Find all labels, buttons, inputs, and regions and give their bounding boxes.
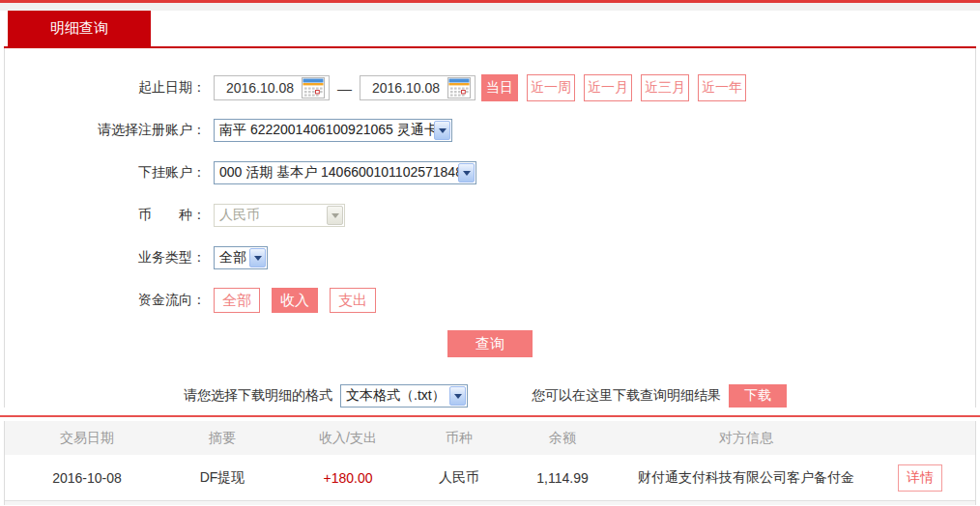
download-hint: 您可以在这里下载查询明细结果 — [532, 387, 721, 405]
quick-range-group: 当日 近一周 近一月 近三月 近一年 — [481, 74, 755, 101]
col-header-date: 交易日期 — [5, 430, 169, 447]
cell-currency: 人民币 — [420, 469, 498, 487]
query-button[interactable]: 查询 — [447, 330, 533, 357]
calendar-icon[interactable] — [447, 77, 471, 98]
tab-detail-query[interactable]: 明细查询 — [8, 11, 151, 46]
query-button-row: 查询 — [5, 330, 975, 357]
cell-actions: 详情 — [865, 464, 975, 492]
end-date-field[interactable] — [360, 75, 476, 100]
register-account-value: 南平 6222001406100921065 灵通卡 — [215, 122, 434, 139]
calendar-icon[interactable] — [302, 77, 325, 98]
table-row: 2016-10-08 DF提现 +180.00 人民币 1,114.99 财付通… — [5, 455, 975, 501]
business-type-select[interactable]: 全部 — [214, 246, 268, 269]
start-date-field[interactable] — [214, 75, 330, 100]
currency-row: 币 种： 人民币 — [5, 203, 975, 228]
date-range-row: 起止日期： — — [5, 75, 975, 100]
business-type-value: 全部 — [215, 249, 249, 267]
fund-flow-income-button[interactable]: 收入 — [272, 288, 318, 313]
quick-range-3months-button[interactable]: 近三月 — [641, 74, 689, 101]
sub-account-select[interactable]: 000 活期 基本户 1406600101102571848 — [214, 161, 476, 184]
download-format-select[interactable]: 文本格式（.txt） — [340, 384, 468, 408]
currency-value: 人民币 — [215, 207, 327, 224]
cell-transaction-date: 2016-10-08 — [5, 470, 169, 486]
end-date-input[interactable] — [364, 78, 447, 98]
date-range-label: 起止日期： — [5, 79, 206, 97]
cell-counterparty: 财付通支付科技有限公司客户备付金 — [627, 469, 865, 487]
chevron-down-icon[interactable] — [449, 386, 466, 406]
col-header-amount: 收入/支出 — [275, 430, 420, 447]
chevron-down-icon[interactable] — [458, 163, 475, 183]
detail-query-page: 明细查询 起止日期： — — [0, 0, 980, 506]
start-date-input[interactable] — [218, 78, 302, 98]
query-form-panel: 起止日期： — — [4, 48, 976, 408]
quick-range-today-button[interactable]: 当日 — [481, 74, 518, 101]
download-button[interactable]: 下载 — [729, 384, 787, 408]
fund-flow-expense-button[interactable]: 支出 — [330, 288, 376, 313]
register-account-row: 请选择注册账户： 南平 6222001406100921065 灵通卡 — [5, 118, 975, 143]
download-format-label: 请您选择下载明细的格式 — [184, 387, 332, 405]
tab-bar: 明细查询 — [0, 3, 980, 48]
quick-range-year-button[interactable]: 近一年 — [698, 74, 746, 101]
download-row: 请您选择下载明细的格式 文本格式（.txt） 您可以在这里下载查询明细结果 下载 — [184, 384, 975, 408]
currency-select: 人民币 — [214, 204, 345, 227]
fund-flow-all-button[interactable]: 全部 — [214, 288, 260, 313]
col-header-counterparty: 对方信息 — [627, 430, 865, 447]
chevron-down-icon — [327, 206, 343, 225]
fund-flow-group: 全部 收入 支出 — [214, 288, 388, 313]
cell-balance: 1,114.99 — [498, 470, 627, 486]
detail-button[interactable]: 详情 — [898, 464, 942, 492]
tab-label: 明细查询 — [50, 19, 108, 38]
sub-account-value: 000 活期 基本户 1406600101102571848 — [215, 164, 458, 182]
tab-bar-background — [0, 3, 980, 11]
chevron-down-icon[interactable] — [434, 121, 450, 140]
quick-range-week-button[interactable]: 近一周 — [527, 74, 575, 101]
col-header-summary: 摘要 — [169, 430, 275, 447]
download-format-value: 文本格式（.txt） — [341, 387, 449, 405]
currency-label: 币 种： — [5, 207, 206, 224]
tab-underline — [4, 46, 976, 48]
table-footer-strip — [5, 501, 975, 505]
business-type-label: 业务类型： — [5, 249, 206, 267]
table-header-row: 交易日期 摘要 收入/支出 币种 余额 对方信息 — [5, 421, 975, 455]
col-header-currency: 币种 — [420, 430, 498, 447]
cell-amount: +180.00 — [275, 470, 420, 486]
col-header-balance: 余额 — [498, 430, 627, 447]
sub-account-label: 下挂账户： — [5, 164, 206, 182]
business-type-row: 业务类型： 全部 — [5, 245, 975, 270]
register-account-label: 请选择注册账户： — [5, 122, 206, 139]
date-range-separator: — — [337, 80, 352, 97]
fund-flow-row: 资金流向： 全部 收入 支出 — [5, 288, 975, 313]
chevron-down-icon[interactable] — [249, 248, 266, 267]
register-account-select[interactable]: 南平 6222001406100921065 灵通卡 — [214, 119, 452, 142]
sub-account-row: 下挂账户： 000 活期 基本户 1406600101102571848 — [5, 160, 975, 185]
results-panel: 交易日期 摘要 收入/支出 币种 余额 对方信息 2016-10-08 DF提现… — [4, 421, 976, 505]
cell-summary: DF提现 — [169, 469, 275, 487]
fund-flow-label: 资金流向： — [5, 292, 206, 309]
quick-range-month-button[interactable]: 近一月 — [584, 74, 632, 101]
